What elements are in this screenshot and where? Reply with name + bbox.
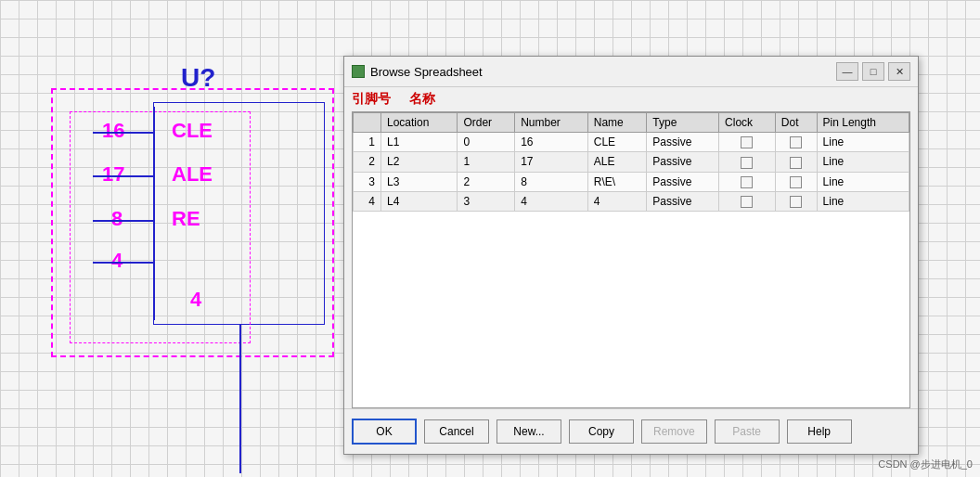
title-bar-controls: — □ ✕	[836, 62, 910, 81]
ok-button[interactable]: OK	[352, 419, 417, 445]
pin-label-ale: ALE	[172, 162, 213, 187]
pin-line-1	[93, 132, 153, 134]
table-cell-r3c5: Passive	[647, 172, 719, 191]
table-cell-r2c4: ALE	[587, 152, 647, 172]
table-cell-r4c3: 4	[515, 191, 588, 211]
vert-line-down	[239, 325, 241, 473]
dashed-inner-box	[70, 111, 251, 343]
pin-num-17: 17	[102, 162, 124, 187]
clock-checkbox[interactable]	[741, 196, 753, 208]
help-button[interactable]: Help	[787, 419, 852, 444]
dialog-title-bar: Browse Spreadsheet — □ ✕	[344, 57, 918, 87]
subtitle-row: 引脚号 名称	[344, 87, 918, 111]
clock-checkbox[interactable]	[741, 157, 753, 169]
table-cell-r3c6	[719, 172, 776, 191]
table-cell-r3c4: R\E\	[587, 172, 647, 191]
pin-line-4	[93, 262, 153, 264]
table-row[interactable]: 2L2117ALEPassiveLine	[354, 152, 909, 172]
title-bar-left: Browse Spreadsheet	[352, 65, 483, 79]
table-header-row: Location Order Number Name Type Clock Do…	[354, 113, 909, 133]
col-header-type: Type	[647, 113, 719, 133]
table-cell-r2c7	[775, 152, 817, 172]
table-cell-r1c8: Line	[817, 133, 909, 152]
table-row[interactable]: 4L4344PassiveLine	[354, 191, 909, 211]
table-cell-r4c7	[775, 191, 817, 211]
pin-label-re: RE	[172, 207, 200, 231]
col-header-pinlength: Pin Length	[817, 113, 909, 133]
spreadsheet-table: Location Order Number Name Type Clock Do…	[353, 112, 909, 212]
table-row[interactable]: 3L328R\E\PassiveLine	[354, 172, 909, 191]
table-cell-r3c7	[775, 172, 817, 191]
pin-label-cle: CLE	[172, 119, 213, 143]
remove-button[interactable]: Remove	[641, 419, 707, 444]
col-header-name: Name	[587, 113, 647, 133]
dot-checkbox[interactable]	[790, 157, 802, 169]
table-cell-r1c5: Passive	[647, 133, 719, 152]
clock-checkbox[interactable]	[741, 136, 753, 148]
pin-num-16: 16	[102, 119, 124, 143]
table-cell-r3c3: 8	[515, 172, 588, 191]
pin-num-4-left: 4	[111, 249, 122, 273]
col-header-dot: Dot	[775, 113, 817, 133]
schematic-area: U? 16 17 8 4 CLE ALE RE 4	[0, 0, 343, 477]
table-cell-r2c3: 17	[515, 152, 588, 172]
table-cell-r1c0: 1	[354, 133, 381, 152]
close-button[interactable]: ✕	[888, 62, 910, 81]
table-cell-r4c6	[719, 191, 776, 211]
table-cell-r1c6	[719, 133, 776, 152]
subtitle-col2: 名称	[409, 91, 435, 108]
dot-checkbox[interactable]	[790, 176, 802, 188]
table-cell-r1c7	[775, 133, 817, 152]
table-cell-r4c0: 4	[354, 191, 381, 211]
cancel-button[interactable]: Cancel	[424, 419, 489, 444]
table-cell-r4c2: 3	[458, 191, 515, 211]
col-header-location: Location	[381, 113, 458, 133]
table-cell-r4c4: 4	[587, 191, 647, 211]
subtitle-col1: 引脚号	[352, 91, 391, 108]
new-button[interactable]: New...	[496, 419, 561, 444]
table-cell-r1c3: 16	[515, 133, 588, 152]
col-header-clock: Clock	[719, 113, 776, 133]
watermark: CSDN @步进电机_0	[878, 458, 973, 471]
table-cell-r4c8: Line	[817, 191, 909, 211]
dot-checkbox[interactable]	[790, 196, 802, 208]
table-cell-r3c8: Line	[817, 172, 909, 191]
table-cell-r4c5: Passive	[647, 191, 719, 211]
spreadsheet-table-container[interactable]: Location Order Number Name Type Clock Do…	[352, 111, 910, 408]
browse-spreadsheet-dialog: Browse Spreadsheet — □ ✕ 引脚号 名称 Location…	[343, 56, 919, 455]
paste-button[interactable]: Paste	[715, 419, 780, 444]
table-cell-r2c8: Line	[817, 152, 909, 172]
pin-num-8: 8	[111, 207, 122, 231]
maximize-button[interactable]: □	[862, 62, 884, 81]
dialog-button-row: OK Cancel New... Copy Remove Paste Help	[344, 408, 918, 454]
pin-label-4-right: 4	[190, 288, 201, 312]
table-cell-r2c6	[719, 152, 776, 172]
table-cell-r3c0: 3	[354, 172, 381, 191]
table-cell-r2c1: L2	[381, 152, 458, 172]
col-header-order: Order	[458, 113, 515, 133]
clock-checkbox[interactable]	[741, 176, 753, 188]
vert-line-left	[153, 107, 155, 320]
copy-button[interactable]: Copy	[569, 419, 634, 444]
table-cell-r2c5: Passive	[647, 152, 719, 172]
table-cell-r2c2: 1	[458, 152, 515, 172]
table-cell-r1c1: L1	[381, 133, 458, 152]
table-cell-r1c4: CLE	[587, 133, 647, 152]
dialog-title: Browse Spreadsheet	[370, 65, 483, 79]
col-header-number: Number	[515, 113, 588, 133]
dialog-icon	[352, 65, 365, 78]
dot-checkbox[interactable]	[790, 136, 802, 148]
table-cell-r4c1: L4	[381, 191, 458, 211]
table-cell-r2c0: 2	[354, 152, 381, 172]
table-row[interactable]: 1L1016CLEPassiveLine	[354, 133, 909, 152]
pin-line-2	[93, 175, 153, 177]
minimize-button[interactable]: —	[836, 62, 858, 81]
table-cell-r1c2: 0	[458, 133, 515, 152]
col-header-rownum	[354, 113, 381, 133]
table-cell-r3c2: 2	[458, 172, 515, 191]
pin-line-3	[93, 220, 153, 222]
table-cell-r3c1: L3	[381, 172, 458, 191]
